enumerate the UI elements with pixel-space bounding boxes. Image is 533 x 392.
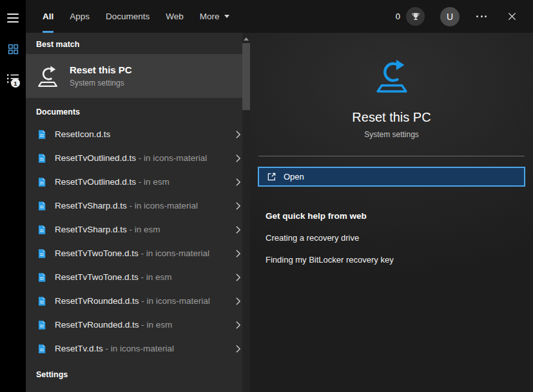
document-name: ResetTv.d.ts	[55, 344, 103, 353]
trophy-icon	[406, 7, 425, 26]
tab-web[interactable]: Web	[166, 0, 184, 33]
preview-panel: Reset this PC System settings Open Get q…	[250, 33, 533, 392]
best-match-header: Best match	[26, 33, 250, 54]
search-window: 1 All Apps Documents Web More 0 U Best	[0, 0, 533, 392]
help-section-header: Get quick help from web	[266, 211, 518, 221]
close-icon	[508, 12, 516, 21]
documents-header: Documents	[26, 98, 250, 122]
scroll-up-button[interactable]	[244, 35, 249, 41]
document-name: ResetTvSharp.d.ts	[55, 201, 127, 210]
preview-title: Reset this PC	[250, 110, 533, 125]
document-icon	[37, 129, 47, 140]
scroll-up-icon	[244, 37, 249, 41]
web-help-section: Get quick help from web Creating a recov…	[250, 211, 533, 265]
document-location: - in icons-material	[127, 201, 198, 210]
document-icon	[37, 272, 47, 283]
reset-pc-large-icon	[250, 33, 533, 95]
rewards-button[interactable]: 0	[396, 7, 425, 26]
tab-more[interactable]: More	[200, 0, 229, 33]
document-icon	[37, 296, 47, 306]
document-location: - in esm	[139, 320, 173, 330]
results-scrollbar[interactable]	[242, 33, 250, 392]
tab-all[interactable]: All	[43, 0, 53, 33]
left-rail: 1	[0, 0, 26, 392]
search-results-panel: Best match Reset this PC System settings…	[26, 33, 250, 392]
chevron-down-icon	[224, 15, 229, 18]
list-item[interactable]: ResetTvSharp.d.ts - in esm	[26, 218, 250, 241]
hamburger-menu-button[interactable]	[0, 5, 26, 31]
document-location: - in icons-material	[139, 248, 209, 258]
document-name: ResetTvRounded.d.ts	[55, 320, 139, 330]
list-item[interactable]: ResetTvRounded.d.ts - in icons-material	[26, 289, 250, 313]
reset-pc-icon	[35, 64, 60, 88]
document-name: ResetTvTwoTone.d.ts	[55, 248, 139, 258]
hamburger-icon	[7, 11, 19, 25]
list-item[interactable]: ResetTv.d.ts - in icons-material	[26, 337, 250, 360]
document-name: ResetTvSharp.d.ts	[55, 225, 127, 234]
settings-result-item[interactable]: Change the time zone	[26, 385, 250, 392]
document-location: - in icons-material	[139, 296, 210, 306]
settings-header: Settings	[26, 360, 250, 385]
topbar-actions: 0 U	[396, 0, 533, 33]
open-label: Open	[284, 172, 304, 182]
list-item[interactable]: ResetTvSharp.d.ts - in icons-material	[26, 194, 250, 218]
user-avatar[interactable]: U	[440, 7, 460, 26]
search-topbar: All Apps Documents Web More 0 U	[26, 0, 533, 33]
scrollbar-thumb[interactable]	[242, 43, 250, 110]
document-icon	[37, 248, 47, 259]
preview-subtitle: System settings	[250, 130, 533, 139]
tab-documents[interactable]: Documents	[106, 0, 150, 33]
best-match-result[interactable]: Reset this PC System settings	[26, 54, 250, 98]
list-item[interactable]: ResetTvTwoTone.d.ts - in esm	[26, 265, 250, 289]
document-icon	[37, 320, 47, 330]
divider	[258, 156, 525, 156]
list-item[interactable]: ResetIcon.d.ts	[26, 122, 250, 146]
help-link-bitlocker-key[interactable]: Finding my BitLocker recovery key	[266, 255, 518, 265]
list-item[interactable]: ResetTvOutlined.d.ts - in icons-material	[26, 146, 250, 170]
grid-icon	[8, 44, 19, 55]
best-match-title: Reset this PC	[70, 64, 132, 75]
list-item[interactable]: ResetTvTwoTone.d.ts - in icons-material	[26, 241, 250, 265]
close-button[interactable]	[503, 8, 520, 25]
more-options-button[interactable]	[475, 12, 488, 21]
document-icon	[37, 177, 47, 187]
list-item[interactable]: ResetTvOutlined.d.ts - in esm	[26, 170, 250, 194]
launch-icon	[267, 172, 276, 182]
help-link-recovery-drive[interactable]: Creating a recovery drive	[266, 233, 518, 243]
notification-badge: 1	[11, 79, 20, 88]
best-match-subtitle: System settings	[70, 79, 132, 88]
document-location: - in esm	[136, 177, 170, 187]
document-location: - in esm	[127, 225, 160, 234]
document-icon	[37, 344, 47, 354]
open-action-button[interactable]: Open	[258, 167, 525, 187]
document-location: - in esm	[139, 272, 172, 282]
document-name: ResetTvOutlined.d.ts	[55, 177, 136, 187]
document-location: - in icons-material	[136, 153, 207, 163]
search-filter-tabs: All Apps Documents Web More	[26, 0, 229, 33]
document-name: ResetTvTwoTone.d.ts	[55, 272, 139, 282]
tab-apps[interactable]: Apps	[70, 0, 90, 33]
apps-grid-button[interactable]	[0, 36, 26, 62]
rewards-count: 0	[396, 12, 400, 21]
document-name: ResetIcon.d.ts	[55, 129, 110, 139]
document-name: ResetTvOutlined.d.ts	[55, 153, 136, 163]
document-location: - in icons-material	[103, 344, 174, 353]
document-icon	[37, 201, 47, 211]
list-item[interactable]: ResetTvRounded.d.ts - in esm	[26, 313, 250, 337]
document-icon	[37, 225, 47, 235]
document-name: ResetTvRounded.d.ts	[55, 296, 139, 306]
document-icon	[37, 153, 47, 163]
